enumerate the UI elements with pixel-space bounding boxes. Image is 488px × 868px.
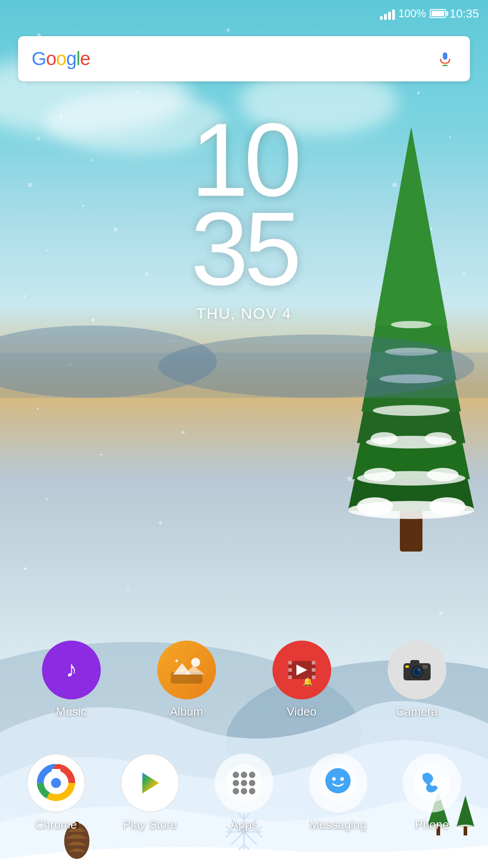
svg-rect-48 <box>443 52 447 60</box>
apps-icon <box>215 754 273 812</box>
svg-point-56 <box>191 658 200 667</box>
svg-line-42 <box>244 844 249 850</box>
svg-line-44 <box>226 832 231 837</box>
svg-text:🔔: 🔔 <box>303 677 313 687</box>
clock-minute: 35 <box>0 202 488 296</box>
svg-point-91 <box>241 788 247 794</box>
svg-point-86 <box>249 772 255 778</box>
video-icon: 🔔 <box>272 641 331 699</box>
svg-rect-61 <box>288 675 292 679</box>
status-time: 10:35 <box>450 7 479 21</box>
svg-rect-26 <box>0 353 488 398</box>
signal-icon <box>380 7 395 20</box>
microphone-icon[interactable] <box>434 47 456 70</box>
camera-label: Camera <box>396 705 437 719</box>
apps-label: Apps <box>230 818 257 832</box>
svg-point-72 <box>418 669 420 671</box>
svg-rect-79 <box>52 769 61 771</box>
app-camera[interactable]: Camera <box>376 641 458 719</box>
svg-line-41 <box>239 844 244 850</box>
phone-icon <box>403 754 461 812</box>
svg-point-12 <box>373 405 450 416</box>
svg-rect-74 <box>422 665 428 669</box>
app-album[interactable]: ✦ Album <box>146 641 227 719</box>
app-dock: Chrome Play Store <box>0 754 488 832</box>
svg-point-21 <box>425 432 452 445</box>
playstore-icon <box>121 754 179 812</box>
svg-point-85 <box>241 772 247 778</box>
app-row-1: ♪ Music ✦ Album <box>0 641 488 719</box>
clock-widget: 10 35 THU, NOV 4 <box>0 113 488 322</box>
chrome-icon <box>27 754 85 812</box>
svg-point-90 <box>233 788 239 794</box>
clock-date: THU, NOV 4 <box>0 305 488 322</box>
status-bar: 100% 10:35 <box>0 0 488 27</box>
svg-rect-62 <box>312 661 315 665</box>
svg-point-88 <box>241 780 247 786</box>
app-chrome[interactable]: Chrome <box>15 754 97 832</box>
svg-text:♪: ♪ <box>66 656 77 682</box>
app-music[interactable]: ♪ Music <box>31 641 112 719</box>
svg-point-19 <box>427 468 459 481</box>
music-label: Music <box>56 705 87 719</box>
svg-rect-63 <box>312 668 315 672</box>
chrome-label: Chrome <box>35 818 77 832</box>
svg-rect-60 <box>288 668 292 672</box>
svg-text:✦: ✦ <box>174 657 179 665</box>
google-logo: Google <box>32 48 434 70</box>
svg-point-20 <box>371 432 398 445</box>
svg-point-96 <box>340 777 344 781</box>
svg-point-77 <box>51 778 61 788</box>
svg-point-16 <box>357 497 393 515</box>
battery-percent: 100% <box>399 7 426 20</box>
video-label: Video <box>286 705 316 719</box>
svg-line-46 <box>257 832 262 837</box>
messaging-icon <box>309 754 367 812</box>
svg-rect-59 <box>288 661 292 665</box>
svg-point-18 <box>364 468 395 481</box>
svg-point-95 <box>332 777 336 781</box>
svg-point-97 <box>413 764 451 802</box>
album-icon: ✦ <box>157 641 216 699</box>
battery-icon <box>430 9 446 18</box>
playstore-label: Play Store <box>123 818 177 832</box>
svg-point-89 <box>249 780 255 786</box>
app-video[interactable]: 🔔 Video <box>261 641 343 719</box>
svg-rect-68 <box>410 660 419 665</box>
svg-rect-73 <box>405 665 409 668</box>
svg-point-84 <box>233 772 239 778</box>
svg-point-87 <box>233 780 239 786</box>
app-apps[interactable]: Apps <box>203 754 285 832</box>
camera-icon <box>388 641 446 699</box>
album-label: Album <box>170 705 203 719</box>
app-messaging[interactable]: Messaging <box>297 754 379 832</box>
app-phone[interactable]: Phone <box>391 754 473 832</box>
google-search-bar[interactable]: Google <box>18 36 470 81</box>
svg-point-17 <box>429 497 465 515</box>
svg-point-92 <box>249 788 255 794</box>
music-icon: ♪ <box>42 641 101 699</box>
phone-label: Phone <box>415 818 449 832</box>
app-playstore[interactable]: Play Store <box>109 754 191 832</box>
messaging-label: Messaging <box>310 818 366 832</box>
